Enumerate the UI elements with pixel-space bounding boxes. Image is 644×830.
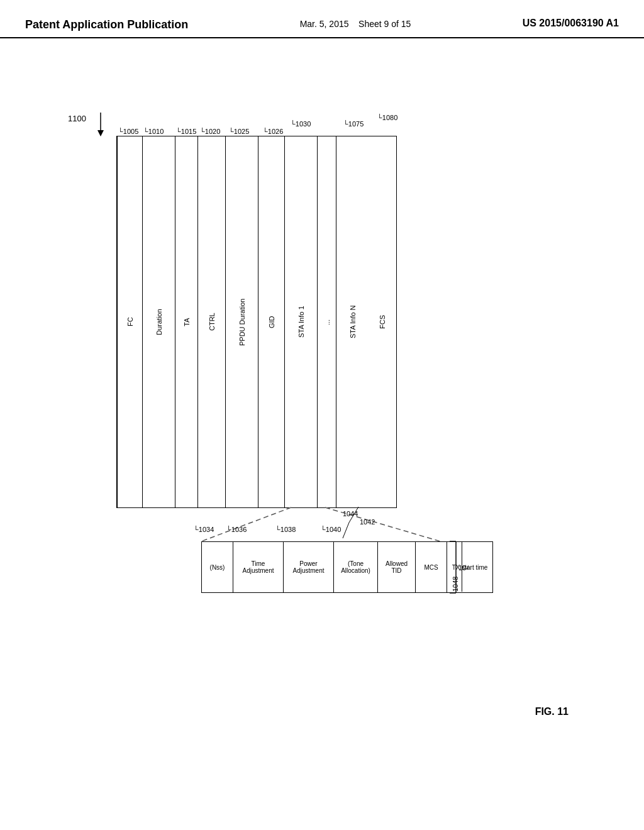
exp-time-adj: Time Adjustment	[233, 542, 284, 592]
arrow-1100	[63, 106, 113, 144]
exp-allowed-tid: Allowed TID	[378, 542, 416, 592]
main-bar: FC Duration TA CTRL PPDU Duration GID ST…	[116, 136, 397, 508]
sheet-info: Sheet 9 of 15	[358, 19, 411, 29]
label-1040: └1040	[321, 526, 341, 533]
pub-date: Mar. 5, 2015	[300, 19, 349, 29]
cell-gid: GID	[258, 136, 284, 507]
cell-ctrl: CTRL	[197, 136, 225, 507]
expanded-box: (Nss) Time Adjustment Power Adjustment (…	[201, 541, 493, 593]
cell-sta-info-n: STA Info N	[336, 136, 369, 507]
cell-fcs: FCS	[369, 136, 396, 507]
label-1036: └1036	[226, 526, 247, 533]
label-1026: └1026	[263, 128, 283, 135]
publication-number: US 2015/0063190 A1	[523, 18, 619, 29]
exp-power-adj: Power Adjustment	[284, 542, 334, 592]
label-1080: └1080	[377, 114, 397, 121]
cell-ppdu-duration: PPDU Duration	[225, 136, 258, 507]
label-1010: └1010	[143, 128, 164, 135]
label-1075: └1075	[343, 120, 364, 128]
cell-fc: FC	[117, 136, 142, 507]
exp-nss: (Nss)	[202, 542, 233, 592]
label-1034: └1034	[194, 526, 214, 533]
cell-sta-info-1: STA Info 1	[284, 136, 317, 507]
label-1044: 1044	[343, 510, 358, 517]
label-1030: └1030	[291, 120, 311, 128]
publication-date-sheet: Mar. 5, 2015 Sheet 9 of 15	[300, 18, 411, 31]
exp-tone-alloc: (Tone Allocation)	[334, 542, 378, 592]
label-1015: └1015	[176, 128, 196, 135]
label-1048: 1048	[452, 541, 462, 592]
cell-duration: Duration	[142, 136, 175, 507]
svg-line-2	[201, 507, 291, 541]
figure-label: FIG. 11	[535, 706, 569, 717]
svg-line-5	[343, 523, 349, 538]
diagram-area: 1100 └1005 └1010 └1015 └1020 └1025 └1026…	[0, 38, 644, 818]
publication-title: Patent Application Publication	[25, 18, 188, 32]
label-1005: └1005	[118, 128, 138, 135]
label-1020: └1020	[200, 128, 220, 135]
label-1038: └1038	[275, 526, 296, 533]
exp-mcs: MCS	[416, 542, 447, 592]
page-header: Patent Application Publication Mar. 5, 2…	[0, 0, 644, 38]
label-1042: 1042	[360, 518, 375, 526]
svg-marker-1	[97, 130, 104, 136]
label-1025: └1025	[229, 128, 249, 135]
cell-ta: TA	[175, 136, 197, 507]
cell-ellipsis: ...	[317, 136, 336, 507]
